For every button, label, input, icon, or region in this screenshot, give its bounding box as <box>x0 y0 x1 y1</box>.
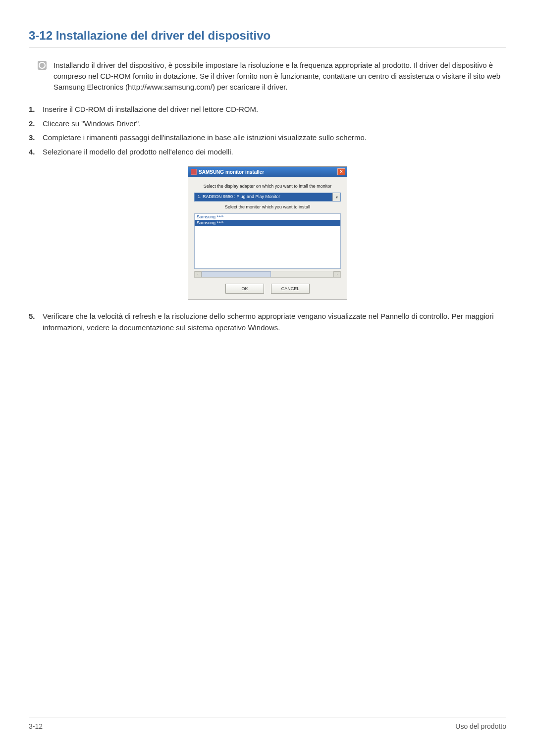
app-icon <box>191 169 197 175</box>
monitor-listbox[interactable]: Samsung **** Samsung **** <box>194 213 341 269</box>
scroll-left-icon[interactable]: ‹ <box>195 271 202 277</box>
adapter-dropdown[interactable]: 1. RADEON 9550 : Plug and Play Monitor ▾ <box>194 193 341 202</box>
chevron-down-icon[interactable]: ▾ <box>332 193 340 201</box>
installer-window: SAMSUNG monitor installer × Select the d… <box>188 166 347 300</box>
step-2: Cliccare su "Windows Driver". <box>29 118 506 130</box>
footer-page-number: 3-12 <box>29 722 43 730</box>
horizontal-scrollbar[interactable]: ‹ › <box>194 271 341 278</box>
scroll-thumb[interactable] <box>202 271 271 277</box>
step-4: Selezionare il modello del prodotto nell… <box>29 147 506 158</box>
page-footer: 3-12 Uso del prodotto <box>29 717 506 730</box>
ok-button[interactable]: OK <box>225 284 264 294</box>
close-icon[interactable]: × <box>337 168 345 175</box>
section-heading: 3-12 Installazione del driver del dispos… <box>29 29 506 48</box>
list-item[interactable]: Samsung **** <box>195 220 340 226</box>
installer-figure: SAMSUNG monitor installer × Select the d… <box>29 166 506 300</box>
step-3: Completare i rimanenti passaggi dell'ins… <box>29 132 506 144</box>
adapter-dropdown-value: 1. RADEON 9550 : Plug and Play Monitor <box>195 193 332 201</box>
step-5: Verificare che la velocità di refresh e … <box>29 311 506 333</box>
scroll-right-icon[interactable]: › <box>333 271 340 277</box>
footer-section-title: Uso del prodotto <box>455 722 506 730</box>
note-icon <box>38 61 47 70</box>
installer-body: Select the display adapter on which you … <box>188 177 347 300</box>
installer-titlebar: SAMSUNG monitor installer × <box>188 167 347 177</box>
list-item[interactable]: Samsung **** <box>195 214 340 220</box>
monitor-label: Select the monitor which you want to ins… <box>194 204 341 209</box>
cancel-button[interactable]: CANCEL <box>271 284 310 294</box>
adapter-label: Select the display adapter on which you … <box>194 184 341 189</box>
window-title: SAMSUNG monitor installer <box>199 169 337 175</box>
note-text: Installando il driver del dispositivo, è… <box>54 60 506 92</box>
note-block: Installando il driver del dispositivo, è… <box>38 60 506 92</box>
step-1: Inserire il CD-ROM di installazione del … <box>29 104 506 115</box>
